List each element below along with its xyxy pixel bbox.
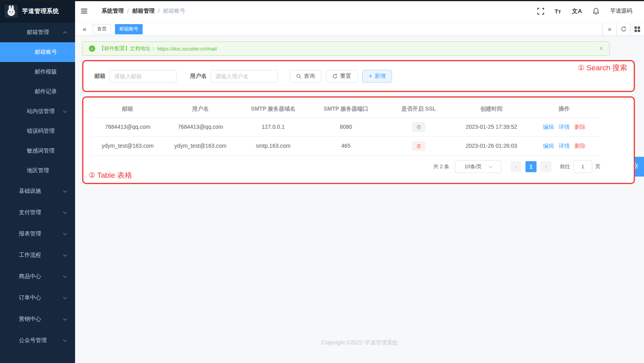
detail-link[interactable]: 详情: [559, 124, 570, 130]
sidebar-item-marketing-center[interactable]: 营销中心: [0, 308, 75, 330]
cell-smtp-port: 465: [309, 137, 382, 155]
cell-ssl: 是: [382, 137, 455, 155]
breadcrumb-item[interactable]: 邮箱管理: [132, 8, 154, 15]
sidebar-item-payment-management[interactable]: 支付管理: [0, 202, 75, 223]
tab-home[interactable]: 首页: [93, 24, 111, 34]
chevron-down-icon: [63, 274, 67, 278]
doc-link[interactable]: https://doc.iocoder.cn/mail: [157, 46, 217, 52]
cell-mail: 7684413@qq.com: [91, 118, 164, 136]
scroll-tabs-right-icon[interactable]: »: [603, 23, 616, 36]
search-form: 邮箱 用户名 查询 重置 + 新增: [94, 70, 397, 83]
navbar: 系统管理/邮箱管理/邮箱账号 Tт 文A 芋道源码: [75, 0, 644, 23]
column-header: SMTP 服务器域名: [237, 100, 309, 117]
sidebar-item-mail-log[interactable]: 邮件记录: [0, 82, 75, 102]
column-header: 创建时间: [455, 100, 528, 117]
cell-username: 7684413@qq.com: [164, 118, 237, 136]
prev-page-button[interactable]: ‹: [510, 161, 522, 172]
main-area: 系统管理/邮箱管理/邮箱账号 Tт 文A 芋道源码 « 首页 邮箱账号 »: [75, 0, 644, 363]
next-page-button[interactable]: ›: [540, 161, 552, 172]
add-button[interactable]: + 新增: [362, 70, 392, 83]
cell-created-time: 2023-01-25 17:39:52: [455, 118, 528, 136]
sidebar-item-workflow[interactable]: 工作流程: [0, 245, 75, 266]
chevron-down-icon: [63, 317, 67, 321]
refresh-page-icon[interactable]: [616, 23, 630, 36]
cell-actions: 编辑详情删除: [528, 118, 601, 136]
edit-link[interactable]: 编辑: [543, 143, 554, 149]
table-header-row: 邮箱用户名SMTP 服务器域名SMTP 服务器端口是否开启 SSL创建时间操作: [91, 100, 601, 117]
ssl-status-tag: 否: [412, 122, 425, 132]
pagination-total: 共 2 条: [433, 163, 449, 170]
layout-grid-icon[interactable]: [630, 23, 644, 36]
breadcrumb-item: 邮箱账号: [163, 8, 185, 15]
sidebar-item-area-management[interactable]: 地区管理: [0, 161, 75, 181]
reset-button-label: 重置: [340, 73, 351, 80]
success-check-icon: ✓: [89, 45, 95, 52]
sidebar-item-error-code-management[interactable]: 错误码管理: [0, 121, 75, 141]
sidebar-item-order-center[interactable]: 订单中心: [0, 287, 75, 308]
chevron-down-icon: [488, 164, 492, 168]
page-size-select[interactable]: 10条/页: [455, 160, 501, 173]
sidebar-item-mail-account[interactable]: 邮箱账号: [0, 42, 75, 62]
footer-copyright: Copyright ©2022-芋道管理系统: [75, 339, 644, 346]
sidebar-item-label: 地区管理: [27, 167, 49, 174]
sidebar-item-mp-management[interactable]: 公众号管理: [0, 330, 75, 351]
user-menu[interactable]: 芋道源码: [610, 8, 632, 15]
goto-page-input[interactable]: [573, 160, 592, 173]
breadcrumb-separator: /: [158, 8, 160, 14]
sidebar-item-mail-template[interactable]: 邮件模版: [0, 62, 75, 82]
tab-label: 邮箱账号: [119, 26, 138, 32]
add-button-label: 新增: [375, 73, 386, 80]
sidebar-item-label: 邮件记录: [35, 88, 57, 95]
sidebar-item-notify-management[interactable]: 站内信管理: [0, 102, 75, 121]
username-label: 用户名: [190, 73, 207, 80]
notification-bell-icon[interactable]: [593, 8, 599, 15]
sidebar-item-report-management[interactable]: 报表管理: [0, 223, 75, 245]
edit-link[interactable]: 编辑: [543, 124, 554, 130]
table-section: 邮箱用户名SMTP 服务器域名SMTP 服务器端口是否开启 SSL创建时间操作 …: [82, 96, 635, 184]
column-header: 是否开启 SSL: [382, 100, 455, 117]
cell-actions: 编辑详情删除: [528, 137, 601, 155]
sidebar-item-label: 邮件模版: [35, 68, 57, 75]
chevron-down-icon: [63, 295, 67, 299]
reset-button[interactable]: 重置: [326, 70, 358, 83]
page-number-button[interactable]: 1: [525, 161, 537, 172]
font-size-icon[interactable]: Tт: [555, 8, 561, 15]
delete-link[interactable]: 删除: [574, 143, 586, 149]
navbar-right: Tт 文A 芋道源码: [537, 8, 632, 15]
delete-link[interactable]: 删除: [574, 124, 586, 130]
query-button-label: 查询: [304, 73, 315, 80]
sidebar-item-label: 营销中心: [19, 316, 41, 323]
query-button[interactable]: 查询: [290, 70, 321, 83]
username-input[interactable]: [211, 70, 278, 83]
fullscreen-icon[interactable]: [537, 8, 544, 15]
chevron-down-icon: [63, 253, 67, 257]
rabbit-avatar-icon: [5, 5, 18, 18]
sidebar-item-label: 邮箱账号: [35, 49, 57, 56]
sidebar-item-product-center[interactable]: 商品中心: [0, 266, 75, 287]
sidebar-item-sensitive-word-management[interactable]: 敏感词管理: [0, 141, 75, 161]
cell-ssl: 否: [382, 118, 455, 136]
sidebar-item-infrastructure[interactable]: 基础设施: [0, 181, 75, 202]
goto-label: 前往: [560, 163, 570, 170]
chevron-down-icon: [63, 231, 67, 235]
language-icon[interactable]: 文A: [572, 8, 582, 15]
cell-smtp-port: 8080: [309, 118, 382, 136]
app-title: 芋道管理系统: [22, 8, 59, 15]
collapse-sidebar-icon[interactable]: [80, 7, 89, 15]
scroll-tabs-left-icon[interactable]: «: [80, 26, 89, 33]
cell-smtp-host: 127.0.0.1: [237, 118, 309, 136]
table-row: ydym_test@163.comydym_test@163.comsmtp.1…: [91, 136, 601, 155]
app-logo[interactable]: 芋道管理系统: [0, 0, 75, 23]
alert-close-icon[interactable]: ×: [599, 45, 603, 52]
tags-view-bar: « 首页 邮箱账号 »: [75, 23, 644, 36]
email-input[interactable]: [109, 70, 177, 83]
sidebar-item-mail-management[interactable]: 邮箱管理: [0, 23, 75, 42]
pagination: 共 2 条 10条/页 ‹ 1 › 前往 页: [91, 155, 601, 177]
ssl-status-tag: 是: [412, 141, 425, 151]
detail-link[interactable]: 详情: [559, 143, 570, 149]
plus-icon: +: [369, 73, 372, 79]
cell-username: ydym_test@163.com: [164, 137, 237, 155]
breadcrumb-item[interactable]: 系统管理: [102, 8, 124, 15]
tab-mail-account[interactable]: 邮箱账号: [115, 24, 143, 34]
chevron-down-icon: [63, 109, 67, 113]
